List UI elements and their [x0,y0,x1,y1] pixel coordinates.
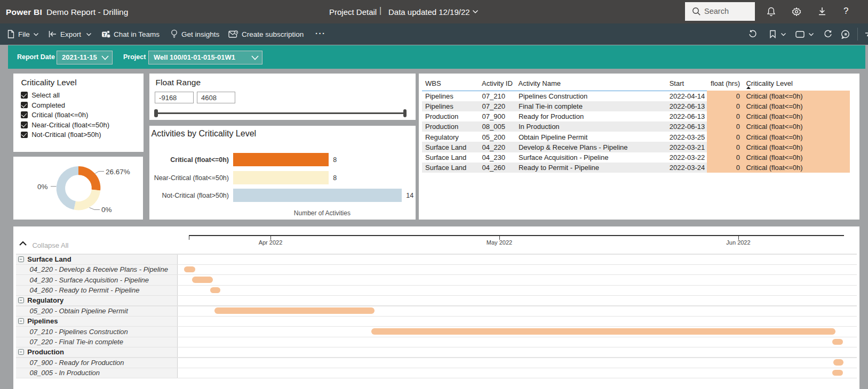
svg-text:26.67%: 26.67% [106,167,130,175]
svg-text:0%: 0% [37,182,48,190]
svg-text:T: T [103,32,106,37]
svg-text:0%: 0% [101,206,112,214]
